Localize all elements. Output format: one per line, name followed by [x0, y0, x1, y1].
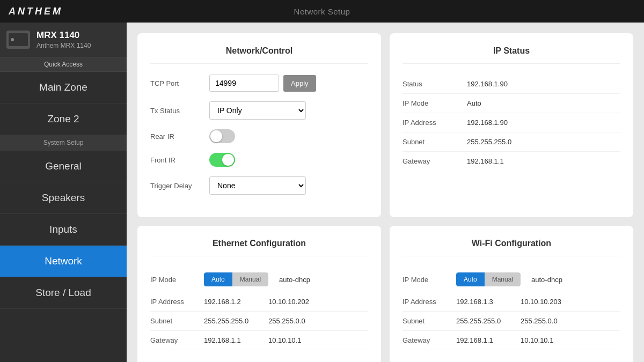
device-model: Anthem MRX 1140: [36, 42, 91, 49]
eth-ip-mode-label: IP Mode: [150, 276, 204, 284]
eth-ip-address-label: IP Address: [150, 298, 204, 306]
wifi-auto-button[interactable]: Auto: [456, 272, 485, 286]
sidebar-item-main-zone[interactable]: Main Zone: [0, 72, 127, 104]
ethernet-config-card: Ethernet Configuration IP Mode Auto Manu…: [137, 226, 381, 362]
wifi-ip-address-value2: 10.10.10.203: [521, 298, 561, 306]
tx-status-select[interactable]: IP Only RS232 Only Both: [209, 101, 306, 120]
sidebar-item-store-load[interactable]: Store / Load: [0, 277, 127, 309]
device-details: MRX 1140 Anthem MRX 1140: [36, 30, 91, 49]
ip-status-card: IP Status Status 192.168.1.90 IP Mode Au…: [390, 33, 633, 217]
sidebar-item-zone-2[interactable]: Zone 2: [0, 104, 127, 135]
eth-gateway-label: Gateway: [150, 336, 204, 344]
eth-ip-mode-controls: Auto Manual auto-dhcp: [204, 272, 368, 286]
eth-gateway-value2: 10.10.10.1: [268, 336, 301, 344]
front-ir-row: Front IR: [150, 153, 368, 167]
ip-status-label-1: IP Mode: [402, 99, 467, 107]
wifi-gateway-value1: 192.168.1.1: [456, 336, 510, 344]
eth-subnet-value2: 255.255.0.0: [268, 317, 305, 325]
ip-status-value-2: 192.168.1.90: [467, 119, 508, 127]
front-ir-label: Front IR: [150, 156, 209, 164]
wifi-gateway-label: Gateway: [402, 336, 456, 344]
wifi-subnet-values: 255.255.255.0 255.255.0.0: [456, 317, 620, 325]
device-info: MRX 1140 Anthem MRX 1140: [0, 23, 127, 57]
ip-status-row-4: Gateway 192.168.1.1: [402, 152, 620, 171]
rear-ir-label: Rear IR: [150, 132, 209, 141]
tcp-port-row: TCP Port Apply: [150, 75, 368, 92]
wifi-ip-address-values: 192.168.1.3 10.10.10.203: [456, 298, 620, 306]
eth-ip-address-values: 192.168.1.2 10.10.10.202: [204, 298, 368, 306]
eth-footer: * Please Note Apply: [150, 358, 368, 362]
wifi-mode-btn-group: Auto Manual: [456, 272, 521, 286]
trigger-delay-controls: None 500ms 1s 2s: [209, 176, 368, 195]
trigger-delay-row: Trigger Delay None 500ms 1s 2s: [150, 176, 368, 195]
ip-status-value-3: 255.255.255.0: [467, 138, 511, 146]
network-control-title: Network/Control: [150, 46, 368, 64]
trigger-delay-select[interactable]: None 500ms 1s 2s: [209, 176, 306, 195]
wifi-ip-address-label: IP Address: [402, 298, 456, 306]
eth-ip-address-row: IP Address 192.168.1.2 10.10.10.202: [150, 292, 368, 312]
tx-status-row: Tx Status IP Only RS232 Only Both: [150, 101, 368, 120]
sidebar-item-system-setup: System Setup: [0, 135, 127, 151]
content-area: Network/Control TCP Port Apply Tx Status…: [127, 23, 644, 362]
eth-auto-value: auto-dhcp: [279, 276, 333, 284]
ip-status-row-1: IP Mode Auto: [402, 94, 620, 113]
device-icon-inner: [9, 33, 28, 46]
anthem-logo: ANTHEM: [9, 6, 63, 17]
ip-status-row-2: IP Address 192.168.1.90: [402, 113, 620, 132]
eth-ip-address-value1: 192.168.1.2: [204, 298, 258, 306]
wifi-gateway-values: 192.168.1.1 10.10.10.1: [456, 336, 620, 344]
rear-ir-thumb: [210, 130, 222, 142]
ip-status-value-1: Auto: [467, 99, 481, 107]
tx-status-controls: IP Only RS232 Only Both: [209, 101, 368, 120]
top-bar: ANTHEM Network Setup: [0, 0, 644, 23]
network-control-card: Network/Control TCP Port Apply Tx Status…: [137, 33, 381, 217]
main-layout: MRX 1140 Anthem MRX 1140 Quick Access Ma…: [0, 23, 644, 362]
eth-subnet-value1: 255.255.255.0: [204, 317, 258, 325]
wifi-config-card: Wi-Fi Configuration IP Mode Auto Manual …: [390, 226, 633, 362]
wifi-gateway-value2: 10.10.10.1: [521, 336, 553, 344]
ip-status-label-2: IP Address: [402, 119, 467, 127]
front-ir-toggle[interactable]: [209, 153, 235, 167]
wifi-subnet-label: Subnet: [402, 317, 456, 325]
wifi-ip-mode-row: IP Mode Auto Manual auto-dhcp: [402, 267, 620, 292]
tcp-port-apply-button[interactable]: Apply: [283, 75, 316, 92]
eth-ip-mode-row: IP Mode Auto Manual auto-dhcp: [150, 267, 368, 292]
bottom-cards-row: Ethernet Configuration IP Mode Auto Manu…: [137, 226, 633, 362]
rear-ir-controls: [209, 129, 368, 143]
rear-ir-track: [209, 129, 235, 143]
ip-status-row-0: Status 192.168.1.90: [402, 75, 620, 94]
front-ir-controls: [209, 153, 368, 167]
ip-status-label-3: Subnet: [402, 138, 467, 146]
sidebar-item-network[interactable]: Network: [0, 246, 127, 277]
device-icon: [6, 31, 30, 49]
wifi-ip-address-value1: 192.168.1.3: [456, 298, 510, 306]
quick-access-bar: Quick Access: [0, 57, 127, 72]
eth-subnet-values: 255.255.255.0 255.255.0.0: [204, 317, 368, 325]
device-name: MRX 1140: [36, 30, 91, 41]
tcp-port-input[interactable]: [209, 75, 279, 92]
eth-manual-button[interactable]: Manual: [232, 272, 268, 286]
front-ir-thumb: [222, 154, 234, 166]
wifi-subnet-value2: 255.255.0.0: [521, 317, 558, 325]
ip-status-row-3: Subnet 255.255.255.0: [402, 132, 620, 152]
tx-status-label: Tx Status: [150, 107, 209, 115]
sidebar-item-general[interactable]: General: [0, 151, 127, 182]
eth-auto-button[interactable]: Auto: [204, 272, 232, 286]
wifi-subnet-row: Subnet 255.255.255.0 255.255.0.0: [402, 312, 620, 331]
sidebar: MRX 1140 Anthem MRX 1140 Quick Access Ma…: [0, 23, 127, 362]
ip-status-value-4: 192.168.1.1: [467, 157, 504, 165]
sidebar-item-inputs[interactable]: Inputs: [0, 214, 127, 246]
eth-gateway-row: Gateway 192.168.1.1 10.10.10.1: [150, 331, 368, 350]
page-title: Network Setup: [294, 7, 350, 16]
wifi-manual-button[interactable]: Manual: [485, 272, 521, 286]
ethernet-config-title: Ethernet Configuration: [150, 239, 368, 256]
sidebar-item-speakers[interactable]: Speakers: [0, 182, 127, 214]
eth-ip-address-value2: 10.10.10.202: [268, 298, 309, 306]
tcp-port-controls: Apply: [209, 75, 368, 92]
front-ir-track: [209, 153, 235, 167]
rear-ir-row: Rear IR: [150, 129, 368, 143]
eth-gateway-value1: 192.168.1.1: [204, 336, 258, 344]
rear-ir-toggle[interactable]: [209, 129, 235, 143]
wifi-footer: * Please Note Apply: [402, 358, 620, 362]
ip-status-title: IP Status: [402, 46, 620, 64]
